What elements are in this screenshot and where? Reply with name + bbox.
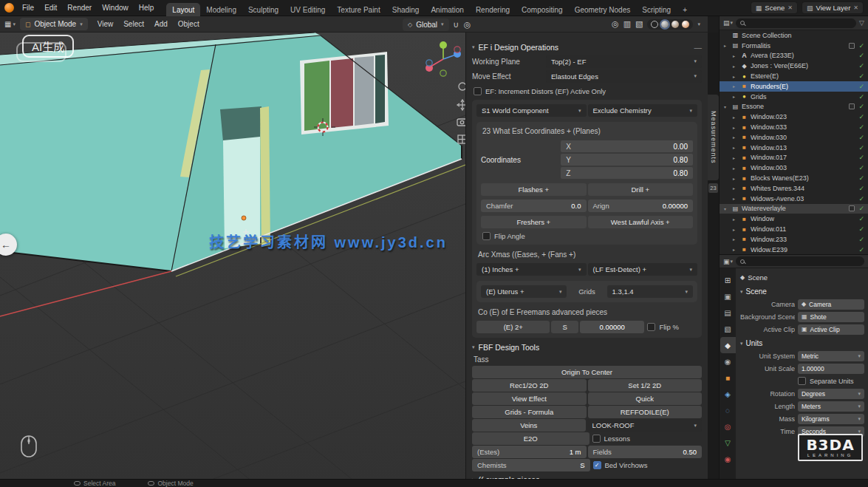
exclude-checkbox-icon[interactable] — [849, 43, 855, 49]
visibility-check-icon[interactable]: ✓ — [858, 154, 864, 161]
op-button-quick[interactable]: Quick — [588, 392, 703, 405]
disclosure-icon[interactable]: ▸ — [733, 84, 738, 89]
op-button-e2o[interactable]: E2O — [472, 432, 590, 445]
visibility-check-icon[interactable]: ✓ — [858, 123, 864, 131]
op-dropdown-e-uterus[interactable]: (E) Uterus +▾ — [481, 285, 567, 298]
op-button-origin-to-center[interactable]: Origin To Center — [472, 366, 702, 378]
workspace-tab-rendering[interactable]: Rendering — [470, 3, 516, 16]
workspace-tab-texture-paint[interactable]: Texture Paint — [331, 3, 386, 16]
visibility-check-icon[interactable]: ✓ — [858, 174, 864, 182]
outliner-row-window-033[interactable]: ▸■Window.033✓ — [720, 122, 868, 132]
axis-field-y[interactable]: Y0.80 — [561, 154, 693, 166]
op-check-bed-virchows[interactable]: ✓Bed Virchows — [592, 459, 703, 471]
disclosure-icon[interactable]: ▸ — [733, 125, 738, 130]
viewport-menu-view[interactable]: View — [92, 18, 119, 30]
properties-tab-world[interactable]: ◉ — [720, 353, 736, 369]
outliner-row-avera-e233e[interactable]: ▸AAvera (E233E)✓ — [720, 51, 868, 61]
disclosure-icon[interactable]: ▸ — [733, 176, 738, 181]
visibility-check-icon[interactable]: ✓ — [858, 62, 864, 69]
shading-wireframe-icon[interactable] — [651, 21, 658, 28]
workspace-tab-uv-editing[interactable]: UV Editing — [284, 3, 331, 16]
menu-file[interactable]: File — [17, 2, 39, 13]
properties-tab-material[interactable]: ◉ — [720, 451, 736, 467]
visibility-check-icon[interactable]: ✓ — [858, 185, 864, 192]
disclosure-icon[interactable]: ▸ — [733, 166, 738, 171]
prop-field-background-scene[interactable]: ▦Shote — [798, 312, 864, 322]
workspace-tab-shading[interactable]: Shading — [386, 3, 426, 16]
op-button-freshers[interactable]: Freshers + — [481, 216, 587, 228]
prop-checkbox-row[interactable]: Separate Units — [798, 377, 864, 385]
disclosure-icon[interactable]: ▸ — [724, 43, 729, 48]
outliner-row-window-023[interactable]: ▸■Window.023✓ — [720, 112, 868, 122]
axis-field-x[interactable]: X0.00 — [561, 140, 693, 152]
op-field-estes[interactable]: (Estes)1 m — [472, 446, 587, 458]
op-check-lessons[interactable]: Lessons — [591, 432, 703, 445]
visibility-check-icon[interactable]: ✓ — [858, 72, 864, 80]
panel-header-fbf-design-tools[interactable]: ▾FBF Design Tools — [472, 340, 702, 354]
properties-tab-render[interactable]: ▣ — [720, 288, 736, 304]
op-button-reffodile-e[interactable]: REFFODILE(E) — [588, 406, 703, 418]
gizmo-axis-z-neg[interactable] — [426, 60, 432, 66]
exclude-checkbox-icon[interactable] — [849, 205, 855, 211]
op-button-set-1-2-2d[interactable]: Set 1/2 2D — [588, 379, 703, 392]
op-button-veins[interactable]: Veins — [472, 419, 586, 432]
op-check-flip[interactable]: Flip % — [646, 321, 697, 333]
checkbox-icon[interactable] — [647, 323, 655, 331]
gizmo-axis-x-neg[interactable] — [454, 47, 460, 52]
outliner-row-window-011[interactable]: ▸■Window.011✓ — [720, 224, 868, 234]
transform-orientation-dropdown[interactable]: ◇ Global ▾ — [403, 18, 449, 31]
shading-solid-icon[interactable] — [661, 21, 669, 28]
shading-rendered-icon[interactable] — [682, 21, 689, 28]
properties-tab-constraints[interactable]: ◎ — [720, 418, 736, 435]
op-field-chemists[interactable]: ChemistsS — [472, 459, 590, 471]
op-button-drill[interactable]: Drill + — [588, 183, 694, 196]
visibility-check-icon[interactable]: ✓ — [858, 205, 864, 212]
outliner-row-window[interactable]: ▸■Window✓ — [720, 214, 868, 224]
op-button-rec1-2o-2d[interactable]: Rec1/2O 2D — [472, 379, 587, 392]
panel-header-ef-i-design-operations[interactable]: ▾EF i Design Operations— — [472, 40, 702, 54]
gizmo-axis-y[interactable] — [440, 41, 447, 49]
editor-type-icon[interactable]: ▦▾ — [4, 20, 16, 28]
op-button-e-2[interactable]: (E) 2+ — [476, 321, 550, 333]
outliner-row-blocks-wanes-e23[interactable]: ▸■Blocks Wanes(E23)✓ — [720, 173, 868, 183]
properties-search[interactable] — [736, 256, 864, 266]
visibility-check-icon[interactable]: ✓ — [858, 144, 864, 151]
properties-tab-scene[interactable]: ◆ — [720, 337, 736, 353]
outliner-row-scene-collection[interactable]: ▥Scene Collection — [720, 30, 868, 41]
visibility-check-icon[interactable]: ✓ — [858, 134, 864, 141]
visibility-check-icon[interactable]: ✓ — [858, 42, 864, 50]
workspace-tab-geometry-nodes[interactable]: Geometry Nodes — [569, 3, 637, 16]
workspace-tab-modeling[interactable]: Modeling — [200, 3, 242, 16]
checkbox-icon[interactable] — [474, 87, 482, 95]
op-field-arign[interactable]: Arign0.00000 — [588, 200, 694, 212]
axis-field-z[interactable]: Z0.80 — [561, 167, 693, 179]
prop-value-dropdown[interactable]: Elastout Edges▾ — [546, 70, 702, 83]
properties-tab-tool[interactable]: ⊞ — [720, 272, 736, 288]
outliner-row-grids[interactable]: ▸●Grids✓ — [720, 92, 868, 102]
properties-tab-object-data[interactable]: ▽ — [720, 435, 736, 451]
op-check-flip-angle[interactable]: Flip Angle — [481, 232, 693, 240]
op-value-field[interactable]: 0.00000 — [580, 321, 644, 333]
workspace-tab-sculpting[interactable]: Sculpting — [242, 3, 284, 16]
mode-dropdown[interactable]: ◻ Object Mode ▾ — [20, 18, 88, 30]
outliner-row-rounders-e[interactable]: ▸■Rounders(E)✓ — [720, 81, 868, 92]
visibility-check-icon[interactable]: ✓ — [858, 195, 864, 202]
outliner-row-essone[interactable]: ▾▤Essone✓ — [720, 102, 868, 112]
proportional-edit-icon[interactable]: ◎ — [464, 20, 471, 30]
op-field-chamfer[interactable]: Chamfer0.0 — [481, 200, 587, 212]
menu-edit[interactable]: Edit — [39, 2, 62, 13]
visibility-check-icon[interactable]: ✓ — [858, 225, 864, 233]
prop-field-active-clip[interactable]: ▣Active Clip — [798, 324, 864, 335]
visibility-check-icon[interactable]: ✓ — [858, 113, 864, 120]
workspace-tab-compositing[interactable]: Compositing — [516, 3, 569, 16]
properties-tab-view-layer[interactable]: ▧ — [720, 321, 736, 337]
filter-icon[interactable]: ▽ — [859, 19, 864, 27]
outliner-row-window-030[interactable]: ▸■Window.030✓ — [720, 132, 868, 143]
visibility-check-icon[interactable]: ✓ — [858, 52, 864, 59]
outliner-row-window-013[interactable]: ▸■Window.013✓ — [720, 143, 868, 153]
disclosure-icon[interactable]: ▸ — [733, 115, 738, 120]
op-button-flashes[interactable]: Flashes + — [481, 183, 587, 196]
op-dropdown-1-inches[interactable]: (1) Inches +▾ — [476, 263, 587, 276]
prop-value-dropdown[interactable]: Top(2) - EF▾ — [546, 55, 702, 68]
section-header-units[interactable]: ▾Units — [740, 337, 864, 350]
